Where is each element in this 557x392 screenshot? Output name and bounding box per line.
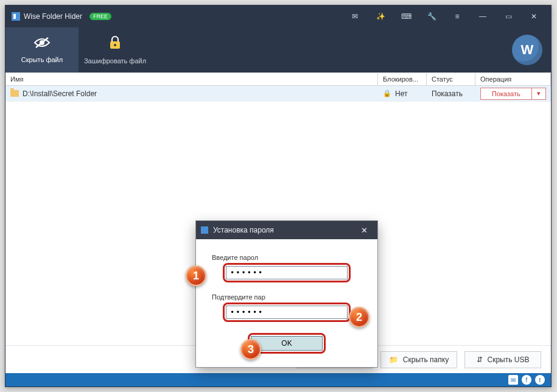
col-lock[interactable]: Блокиров... (378, 73, 427, 85)
svg-point-3 (114, 44, 116, 46)
dialog-body: Введите парол Подтвердите пар OK (196, 239, 377, 367)
row-path: D:\Install\Secret Folder (23, 89, 97, 98)
hide-folder-button[interactable]: 📁 Скрыть папку (380, 351, 457, 368)
row-status-cell: Показать (427, 89, 475, 98)
dialog-close-button[interactable]: ✕ (356, 226, 373, 235)
app-title: Wise Folder Hider (24, 12, 82, 21)
step-marker-1: 1 (186, 265, 206, 286)
encrypt-file-tab[interactable]: Зашифровать файл (79, 27, 152, 72)
step-marker-3: 3 (240, 339, 261, 360)
maximize-button[interactable]: ▭ (497, 5, 519, 27)
column-headers: Имя Блокиров... Статус Операция (5, 72, 551, 86)
feedback-icon[interactable]: ⌨ (395, 5, 417, 27)
row-op-label: Показать (481, 88, 532, 99)
enter-password-label: Введите парол (212, 254, 258, 261)
row-op-cell: Показать ▾ (475, 88, 551, 100)
minimize-button[interactable]: — (472, 5, 494, 27)
lock-small-icon: 🔒 (383, 89, 391, 97)
app-icon (12, 12, 20, 21)
hide-file-tab[interactable]: Скрыть файл (5, 27, 79, 72)
footer-facebook-icon[interactable]: f (522, 375, 531, 385)
col-name[interactable]: Имя (5, 73, 378, 85)
step-marker-2: 2 (349, 307, 370, 327)
brand-logo: W (512, 35, 542, 65)
hide-usb-btn-label: Скрыть USB (488, 355, 530, 364)
free-badge: FREE (89, 13, 111, 20)
row-lock-cell: 🔒 Нет (378, 89, 427, 98)
row-path-cell: D:\Install\Secret Folder (5, 89, 378, 98)
row-status: Показать (432, 89, 463, 98)
row-op-button[interactable]: Показать ▾ (480, 88, 546, 100)
highlight-ring-2 (223, 303, 351, 322)
hide-file-label: Скрыть файл (21, 56, 63, 63)
dialog-title: Установка пароля (213, 226, 274, 234)
ok-button[interactable]: OK (251, 336, 323, 351)
folder-icon (10, 90, 19, 97)
encrypt-file-label: Зашифровать файл (84, 57, 146, 65)
mail-icon[interactable]: ✉ (344, 5, 366, 27)
enter-password-input[interactable] (226, 266, 348, 279)
tool-icon[interactable]: 🔧 (421, 5, 443, 27)
col-operation[interactable]: Операция (475, 73, 551, 85)
row-lock: Нет (395, 89, 407, 98)
folder-btn-icon: 📁 (389, 355, 398, 364)
footer: ✉ f t (5, 373, 551, 387)
idea-icon[interactable]: ✨ (370, 5, 391, 27)
confirm-password-label: Подтвердите пар (212, 293, 265, 301)
hide-usb-button[interactable]: ⇵ Скрыть USB (464, 351, 541, 368)
main-toolbar: Скрыть файл Зашифровать файл W (5, 27, 551, 72)
close-button[interactable]: ✕ (523, 5, 545, 27)
confirm-password-input[interactable] (226, 306, 348, 319)
highlight-ring-1 (223, 263, 351, 282)
dialog-icon (201, 226, 208, 234)
content-area: Установка пароля ✕ Введите парол Подтвер… (5, 102, 551, 345)
footer-mail-icon[interactable]: ✉ (508, 375, 518, 385)
footer-twitter-icon[interactable]: t (535, 375, 545, 385)
password-dialog: Установка пароля ✕ Введите парол Подтвер… (195, 220, 378, 368)
usb-icon: ⇵ (477, 355, 483, 364)
eye-off-icon (33, 37, 51, 52)
dialog-titlebar: Установка пароля ✕ (196, 221, 377, 239)
table-row[interactable]: D:\Install\Secret Folder 🔒 Нет Показать … (5, 86, 551, 102)
menu-icon[interactable]: ≡ (446, 5, 468, 27)
chevron-down-icon[interactable]: ▾ (532, 88, 545, 99)
titlebar: Wise Folder Hider FREE ✉ ✨ ⌨ 🔧 ≡ — ▭ ✕ (5, 5, 551, 27)
col-status[interactable]: Статус (427, 73, 475, 85)
hide-folder-btn-label: Скрыть папку (403, 355, 449, 364)
app-window: Wise Folder Hider FREE ✉ ✨ ⌨ 🔧 ≡ — ▭ ✕ С… (5, 5, 552, 387)
lock-icon (108, 35, 122, 54)
